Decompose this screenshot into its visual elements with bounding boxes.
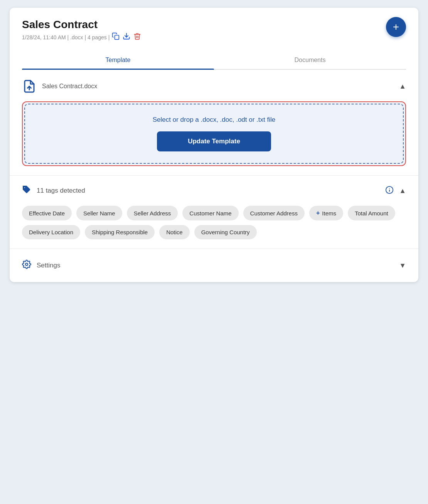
file-header-left: Sales Contract.docx (22, 79, 97, 94)
tags-section-chevron[interactable]: ▲ (399, 187, 406, 195)
gear-icon (22, 260, 31, 271)
tag-plus-icon: + (316, 210, 320, 217)
download-icon[interactable] (123, 32, 130, 42)
tab-documents[interactable]: Documents (214, 51, 406, 69)
tag-chip[interactable]: Shipping Responsible (85, 225, 155, 239)
tag-chip[interactable]: Effective Date (22, 206, 72, 220)
tab-template[interactable]: Template (22, 51, 214, 69)
update-template-button[interactable]: Update Template (157, 131, 271, 151)
fab-add-button[interactable]: + (386, 17, 406, 37)
info-icon[interactable] (385, 186, 394, 196)
delete-icon[interactable] (133, 32, 141, 42)
file-header: Sales Contract.docx ▲ (22, 79, 406, 94)
header-icons (112, 32, 141, 42)
drop-zone-text: Select or drop a .docx, .doc, .odt or .t… (153, 116, 275, 124)
header: Sales Contract 1/28/24, 11:40 AM | .docx… (10, 8, 418, 70)
file-upload-icon (22, 79, 37, 94)
tags-header-left: 11 tags detected (22, 185, 85, 197)
tags-container: Effective Date Seller Name Seller Addres… (22, 206, 406, 239)
copy-icon[interactable] (112, 32, 120, 42)
tag-chip[interactable]: Total Amount (348, 206, 395, 220)
svg-point-7 (25, 263, 28, 265)
tag-chip[interactable]: Customer Name (182, 206, 238, 220)
tags-section: 11 tags detected ▲ Effective Date Sel (10, 176, 418, 249)
page-title: Sales Contract (22, 18, 406, 31)
file-section-chevron[interactable]: ▲ (399, 82, 406, 91)
settings-header: Settings ▼ (22, 260, 406, 271)
drop-zone[interactable]: Select or drop a .docx, .doc, .odt or .t… (22, 101, 406, 166)
tag-chip[interactable]: Seller Name (76, 206, 122, 220)
settings-chevron[interactable]: ▼ (399, 262, 406, 270)
tags-header: 11 tags detected ▲ (22, 185, 406, 197)
tag-chip[interactable]: Customer Address (243, 206, 305, 220)
tag-chip[interactable]: Notice (159, 225, 190, 239)
tag-icon (22, 185, 31, 197)
file-section: Sales Contract.docx ▲ Select or drop a .… (10, 70, 418, 176)
tabs: Template Documents (22, 51, 406, 70)
settings-section: Settings ▼ (10, 249, 418, 282)
tag-chip[interactable]: Seller Address (127, 206, 178, 220)
tag-chip[interactable]: Delivery Location (22, 225, 80, 239)
tag-chip[interactable]: Governing Country (194, 225, 257, 239)
tags-count: 11 tags detected (37, 187, 85, 195)
header-meta: 1/28/24, 11:40 AM | .docx | 4 pages | (22, 32, 406, 42)
settings-header-left: Settings (22, 260, 60, 271)
file-name: Sales Contract.docx (42, 83, 97, 90)
settings-label: Settings (37, 262, 60, 269)
tag-chip-items[interactable]: + Items (309, 206, 343, 220)
header-meta-text: 1/28/24, 11:40 AM | .docx | 4 pages | (22, 34, 110, 40)
main-card: Sales Contract 1/28/24, 11:40 AM | .docx… (10, 8, 418, 282)
svg-rect-0 (115, 35, 119, 40)
